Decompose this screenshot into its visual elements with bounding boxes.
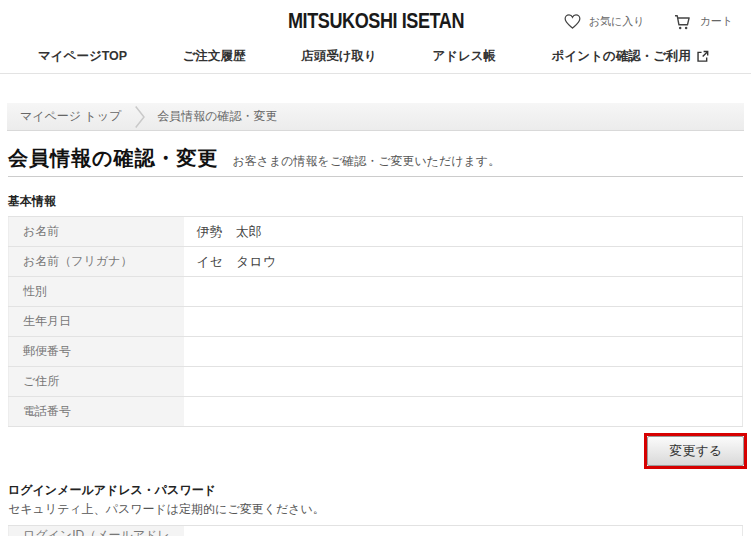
row-label: お名前（フリガナ） bbox=[9, 247, 184, 277]
cart-link[interactable]: カート bbox=[672, 12, 733, 31]
section-title-login: ログインメールアドレス・パスワード bbox=[8, 482, 743, 499]
row-value bbox=[184, 337, 743, 367]
row-value bbox=[184, 277, 743, 307]
page-title-row: 会員情報の確認・変更 お客さまの情報をご確認・ご変更いただけます。 bbox=[8, 145, 743, 177]
chevron-right-icon bbox=[135, 106, 145, 128]
row-label: 性別 bbox=[9, 277, 184, 307]
basic-info-table: お名前 伊勢 太郎 お名前（フリガナ） イセ タロウ 性別 生年月日 郵便番号 … bbox=[8, 216, 743, 427]
main-content: 会員情報の確認・変更 お客さまの情報をご確認・ご変更いただけます。 基本情報 お… bbox=[8, 145, 743, 536]
favorites-link[interactable]: お気に入り bbox=[563, 13, 645, 30]
row-label: 生年月日 bbox=[9, 307, 184, 337]
table-row: ログインID（メールアドレス） xxx@xxxxx.xxx bbox=[9, 526, 743, 536]
red-highlight-box: 変更する bbox=[644, 433, 747, 469]
table-row: 郵便番号 bbox=[9, 337, 743, 367]
heart-icon bbox=[563, 13, 582, 30]
change-button[interactable]: 変更する bbox=[647, 436, 744, 466]
row-value bbox=[184, 367, 743, 397]
cart-label: カート bbox=[699, 14, 733, 29]
table-row: お名前（フリガナ） イセ タロウ bbox=[9, 247, 743, 277]
page-title: 会員情報の確認・変更 bbox=[8, 145, 218, 172]
row-label: お名前 bbox=[9, 217, 184, 247]
row-value bbox=[184, 397, 743, 427]
external-link-icon bbox=[696, 50, 709, 63]
nav-label: 店頭受け取り bbox=[301, 48, 377, 65]
row-value: 伊勢 太郎 bbox=[184, 217, 743, 247]
table-row: お名前 伊勢 太郎 bbox=[9, 217, 743, 247]
row-value: イセ タロウ bbox=[184, 247, 743, 277]
nav-item-store-pickup[interactable]: 店頭受け取り bbox=[301, 48, 377, 65]
table-row: 性別 bbox=[9, 277, 743, 307]
page-subtitle: お客さまの情報をご確認・ご変更いただけます。 bbox=[232, 153, 500, 170]
password-note: セキュリティ上、パスワードは定期的にご変更ください。 bbox=[8, 501, 743, 518]
nav-item-order-history[interactable]: ご注文履歴 bbox=[183, 48, 246, 65]
nav-label: ポイントの確認・ご利用 bbox=[552, 48, 691, 65]
table-row: 生年月日 bbox=[9, 307, 743, 337]
nav-item-address-book[interactable]: アドレス帳 bbox=[432, 48, 496, 65]
cart-icon bbox=[672, 12, 692, 31]
brand-logo[interactable]: MITSUKOSHI ISETAN bbox=[287, 8, 463, 34]
row-label: 電話番号 bbox=[9, 397, 184, 427]
row-label: 郵便番号 bbox=[9, 337, 184, 367]
table-row: 電話番号 bbox=[9, 397, 743, 427]
main-nav: マイページTOP ご注文履歴 店頭受け取り アドレス帳 ポイントの確認・ご利用 bbox=[0, 45, 751, 74]
row-value bbox=[184, 307, 743, 337]
breadcrumb-current: 会員情報の確認・変更 bbox=[157, 108, 277, 125]
table-row: ご住所 bbox=[9, 367, 743, 397]
row-label: ログインID（メールアドレス） bbox=[9, 526, 184, 536]
nav-label: ご注文履歴 bbox=[183, 48, 246, 65]
nav-label: アドレス帳 bbox=[432, 48, 496, 65]
nav-label: マイページTOP bbox=[38, 48, 127, 65]
row-value: xxx@xxxxx.xxx bbox=[184, 526, 743, 536]
button-row: 変更する bbox=[8, 433, 747, 469]
breadcrumb-mypage-top[interactable]: マイページ トップ bbox=[20, 108, 121, 125]
row-label: ご住所 bbox=[9, 367, 184, 397]
nav-item-mypage-top[interactable]: マイページTOP bbox=[38, 48, 127, 65]
favorites-label: お気に入り bbox=[589, 14, 645, 29]
nav-item-points[interactable]: ポイントの確認・ご利用 bbox=[552, 48, 709, 65]
login-section: ログインメールアドレス・パスワード セキュリティ上、パスワードは定期的にご変更く… bbox=[8, 482, 743, 536]
breadcrumb: マイページ トップ 会員情報の確認・変更 bbox=[7, 103, 744, 131]
section-title-basic-info: 基本情報 bbox=[8, 193, 743, 210]
site-header: MITSUKOSHI ISETAN お気に入り カート bbox=[0, 0, 751, 45]
header-utilities: お気に入り カート bbox=[563, 12, 733, 31]
login-info-table: ログインID（メールアドレス） xxx@xxxxx.xxx bbox=[8, 525, 743, 536]
